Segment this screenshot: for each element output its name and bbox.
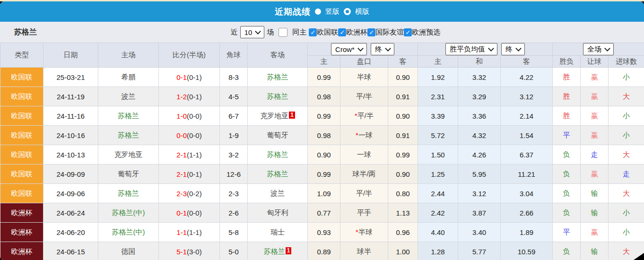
table-row: 欧国联24-10-13克罗地亚2-1(1-1)3-2苏格兰0.90一球0.991… xyxy=(0,145,644,165)
avg-time-select[interactable]: 终 xyxy=(501,43,525,55)
avg-home: 1.50 xyxy=(418,145,458,165)
league-checkbox-group: 欧国联欧洲杯国际友谊欧洲预选 xyxy=(309,28,440,37)
away-team: 波兰 xyxy=(248,184,308,203)
odds-away: 0.96 xyxy=(388,223,418,242)
odds-company-select[interactable]: Crow* xyxy=(331,43,367,55)
col-header-corners: 角球 xyxy=(220,43,248,68)
radio-horizontal-label[interactable]: 横版 xyxy=(355,7,369,16)
chevron-down-icon xyxy=(385,45,391,52)
home-team: 苏格兰 xyxy=(98,126,159,145)
handicap: 一球 xyxy=(340,145,388,165)
league-checkbox[interactable] xyxy=(404,28,412,36)
table-row: 欧洲杯24-06-20苏格兰(中)1-1(1-1)5-8瑞士0.93*半球0.9… xyxy=(0,223,644,242)
home-team: 德国 xyxy=(98,242,159,260)
team-label: 苏格兰 xyxy=(267,92,288,100)
match-date: 24-11-16 xyxy=(44,106,98,126)
scope-select[interactable]: 全场 xyxy=(583,43,614,55)
result-handicap: 输 xyxy=(581,184,609,203)
league-type-badge: 欧国联 xyxy=(0,87,44,106)
score: 2-1(1-1) xyxy=(159,145,220,165)
match-date: 24-09-09 xyxy=(44,165,98,184)
handicap: *一球 xyxy=(340,126,388,145)
corners: 8-3 xyxy=(220,68,248,87)
chevron-down-icon xyxy=(488,45,494,52)
corners: 5-8 xyxy=(220,223,248,242)
league-label[interactable]: 欧洲预选 xyxy=(412,28,440,37)
team-label: 苏格兰 xyxy=(264,247,285,255)
col-header-odds-home: 主 xyxy=(308,56,340,68)
team-name: 苏格兰 xyxy=(14,27,37,37)
table-row: 欧国联24-10-16苏格兰0-0(0-0)1-9葡萄牙0.98*一球0.915… xyxy=(0,126,644,145)
odds-away: 1.00 xyxy=(388,242,418,260)
league-filter: 欧国联 xyxy=(309,28,338,37)
away-team: 克罗地亚1 xyxy=(248,106,308,126)
result-wdl: 负 xyxy=(553,165,581,184)
home-team: 苏格兰(中) xyxy=(98,203,159,223)
avg-home: 4.40 xyxy=(418,223,458,242)
home-team: 克罗地亚 xyxy=(98,145,159,165)
radio-horizontal-layout[interactable] xyxy=(344,8,351,15)
league-checkbox[interactable] xyxy=(309,28,317,36)
league-type-badge: 欧国联 xyxy=(0,68,44,87)
odds-group-header: Crow* 终 xyxy=(308,43,418,56)
league-checkbox[interactable] xyxy=(338,28,346,36)
team-label: 苏格兰 xyxy=(118,112,139,120)
result-goals: 走 xyxy=(609,165,644,184)
result-goals: 小 xyxy=(609,203,644,223)
col-header-avg-home: 主 xyxy=(418,56,458,68)
result-wdl: 平 xyxy=(553,126,581,145)
same-home-label[interactable]: 同主 xyxy=(292,28,306,37)
app-window: 近期战绩 竖版 横版 苏格兰 近 10 场 同主 欧国联欧洲杯国际友谊欧洲预选 xyxy=(0,1,644,260)
away-team: 苏格兰 xyxy=(248,165,308,184)
odds-time-select[interactable]: 终 xyxy=(371,43,394,55)
away-team: 葡萄牙 xyxy=(248,126,308,145)
corners: 4-5 xyxy=(220,87,248,106)
filter-bar: 苏格兰 近 10 场 同主 欧国联欧洲杯国际友谊欧洲预选 xyxy=(0,22,644,43)
league-type-badge: 欧国联 xyxy=(0,165,44,184)
handicap: 球半 xyxy=(340,242,388,260)
odds-away: 0.90 xyxy=(388,68,418,87)
league-label[interactable]: 欧洲杯 xyxy=(346,28,367,37)
league-label[interactable]: 国际友谊 xyxy=(375,28,404,37)
score: 2-1(0-1) xyxy=(159,165,220,184)
avg-draw: 5.77 xyxy=(458,242,501,260)
league-label[interactable]: 欧国联 xyxy=(317,28,338,37)
result-goals: 大 xyxy=(609,87,644,106)
filter-controls: 近 10 场 同主 欧国联欧洲杯国际友谊欧洲预选 xyxy=(228,26,441,38)
handicap: 平手 xyxy=(340,203,388,223)
games-count-select[interactable]: 10 xyxy=(240,26,265,38)
league-type-badge: 欧国联 xyxy=(0,145,44,165)
away-team: 苏格兰 xyxy=(248,87,308,106)
avg-draw: 4.26 xyxy=(458,145,501,165)
radio-vertical-label[interactable]: 竖版 xyxy=(325,7,339,16)
handicap: 半球 xyxy=(340,68,388,87)
result-wdl: 负 xyxy=(553,242,581,260)
handicap: 平/半 xyxy=(340,87,388,106)
league-checkbox[interactable] xyxy=(367,28,375,36)
result-handicap: 赢 xyxy=(581,223,609,242)
red-card-badge: 1 xyxy=(289,112,295,119)
avg-away: 2.66 xyxy=(501,203,553,223)
col-header-avg-draw: 和 xyxy=(458,56,501,68)
col-header-away: 客场 xyxy=(248,43,308,68)
result-wdl: 胜 xyxy=(553,87,581,106)
radio-vertical-layout[interactable] xyxy=(315,9,321,15)
score: 0-0(0-0) xyxy=(159,126,220,145)
home-team: 苏格兰 xyxy=(98,184,159,203)
team-label: 苏格兰 xyxy=(267,73,288,81)
corners: 2-6 xyxy=(220,203,248,223)
col-header-type: 类型 xyxy=(0,43,44,68)
away-team: 苏格兰1 xyxy=(248,242,308,260)
odds-home: 0.90 xyxy=(308,145,340,165)
avg-draw: 5.95 xyxy=(458,165,501,184)
table-row: 欧洲杯24-06-24苏格兰(中)0-1(0-0)2-6匈牙利0.77平手1.1… xyxy=(0,203,644,223)
odds-home: 0.93 xyxy=(308,223,340,242)
corners: 2-3 xyxy=(220,184,248,203)
handicap: *平/半 xyxy=(340,106,388,126)
same-home-checkbox[interactable] xyxy=(278,28,287,37)
away-team: 苏格兰 xyxy=(248,145,308,165)
avg-type-select[interactable]: 胜平负均值 xyxy=(445,43,497,55)
odds-away: 0.90 xyxy=(388,106,418,126)
team-label: 苏格兰(中) xyxy=(112,228,145,236)
odds-away: 1.13 xyxy=(388,203,418,223)
